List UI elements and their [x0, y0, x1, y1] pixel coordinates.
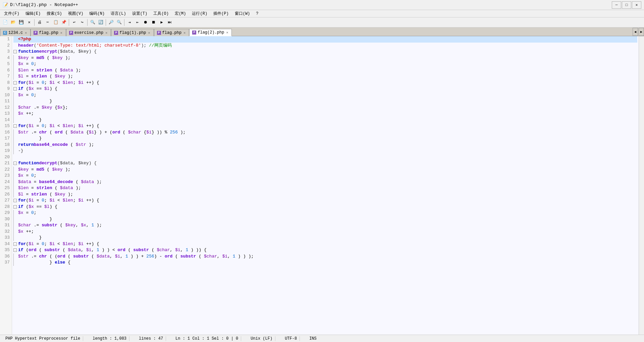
- replace-button[interactable]: 🔄: [97, 19, 104, 26]
- code-line-30[interactable]: }: [13, 216, 637, 223]
- code-line-1[interactable]: <?php: [13, 36, 637, 43]
- maximize-button[interactable]: □: [622, 1, 631, 9]
- code-line-15[interactable]: - for($i = 0; $i < $len; $i ++) {: [13, 123, 637, 129]
- sep4: [106, 19, 106, 26]
- code-line-14[interactable]: }: [13, 117, 637, 123]
- open-button[interactable]: 📂: [9, 19, 17, 26]
- tab-scroll-right[interactable]: ▶: [639, 28, 644, 36]
- tab-flag1php[interactable]: P flag(1).php ✕: [111, 29, 154, 36]
- code-line-32[interactable]: $x ++;: [13, 229, 637, 235]
- save-button[interactable]: 💾: [17, 19, 25, 26]
- macro-stop-button[interactable]: ⏹: [150, 19, 157, 26]
- tab-close-flagphp[interactable]: ✕: [60, 31, 63, 35]
- undo-button[interactable]: ↩: [70, 19, 78, 26]
- sep2: [69, 19, 69, 26]
- indent-button[interactable]: ⇥: [126, 19, 133, 26]
- menu-tools[interactable]: 工具(O): [151, 10, 171, 17]
- tab-close-flag2php[interactable]: ✕: [225, 31, 229, 35]
- tab-label-flag1php: flag(1).php: [119, 31, 146, 35]
- code-line-34[interactable]: - for($i = 0; $i < $len; $i ++) {: [13, 241, 637, 247]
- code-line-29[interactable]: $x = 0;: [13, 210, 637, 216]
- minimize-button[interactable]: ─: [612, 1, 621, 9]
- code-line-5[interactable]: $x = 0;: [13, 61, 637, 67]
- menu-encode[interactable]: 编码(N): [87, 10, 107, 17]
- line-numbers: 1234567891011121314151617181920212223242…: [0, 36, 12, 335]
- code-line-23[interactable]: $x = 0;: [13, 173, 637, 179]
- tab-close-flagphp2[interactable]: ✕: [183, 31, 186, 35]
- menu-help[interactable]: ?: [253, 11, 261, 17]
- redo-button[interactable]: ↪: [78, 19, 86, 26]
- code-line-17[interactable]: }: [13, 135, 637, 142]
- editor[interactable]: 1234567891011121314151617181920212223242…: [0, 36, 639, 335]
- code-line-25[interactable]: $len = strlen ( $data );: [13, 185, 637, 191]
- tab-scroll-arrows: ◀ ▶: [633, 28, 644, 36]
- menu-run[interactable]: 运行(R): [189, 10, 210, 17]
- tab-icon-flag1: P: [114, 31, 118, 35]
- code-line-8[interactable]: - for($i = 0; $i < $len; $i ++) {: [13, 80, 637, 86]
- code-line-19[interactable]: -}: [13, 148, 637, 154]
- code-line-20[interactable]: [13, 154, 637, 161]
- code-line-16[interactable]: $str .= chr ( ord ( $data {$i} ) + (ord …: [13, 129, 637, 136]
- code-line-35[interactable]: - if (ord ( substr ( $data, $i, 1 ) ) < …: [13, 247, 637, 253]
- tab-flag2php[interactable]: P flag(2).php ✕: [189, 29, 232, 36]
- tab-1234c[interactable]: C 1234.c ✕: [0, 29, 31, 36]
- find-button[interactable]: 🔍: [89, 19, 96, 26]
- macro-play-button[interactable]: ▶: [158, 19, 165, 26]
- copy-button[interactable]: 📋: [52, 19, 59, 26]
- cut-button[interactable]: ✂: [44, 19, 51, 26]
- menu-settings[interactable]: 设置(T): [129, 10, 150, 17]
- tab-close-1234c[interactable]: ✕: [24, 31, 28, 35]
- tab-bar: C 1234.c ✕ P flag.php ✕ P exercise.php ✕…: [0, 27, 644, 36]
- tab-flagphp[interactable]: P flag.php ✕: [31, 29, 66, 36]
- zoom-in-button[interactable]: 🔎: [107, 19, 115, 26]
- code-line-18[interactable]: return base64_encode ( $str );: [13, 142, 637, 148]
- code-line-6[interactable]: $len = strlen ( $data );: [13, 67, 637, 74]
- macro-save-button[interactable]: ⏭: [166, 19, 173, 26]
- unindent-button[interactable]: ⇤: [134, 19, 141, 26]
- print-button[interactable]: 🖨: [36, 19, 43, 26]
- code-line-4[interactable]: $key = md5 ( $key );: [13, 55, 637, 61]
- code-line-27[interactable]: - for($i = 0; $i < $len; $i ++) {: [13, 197, 637, 204]
- code-line-21[interactable]: -function decrypt($data, $key) {: [13, 160, 637, 167]
- tab-exercisephp[interactable]: P exercise.php ✕: [66, 29, 111, 36]
- code-line-3[interactable]: -function encrypt($data, $key) {: [13, 49, 637, 55]
- menu-file[interactable]: 文件(F): [1, 10, 22, 17]
- code-line-13[interactable]: $x ++;: [13, 111, 637, 117]
- title-bar-controls: ─ □ ✕: [612, 1, 641, 9]
- code-line-26[interactable]: $l = strlen ( $key );: [13, 191, 637, 198]
- menu-search[interactable]: 搜索(S): [44, 10, 65, 17]
- close-button[interactable]: ✕: [632, 1, 641, 9]
- code-area[interactable]: <?php header('Content-Type: text/html; c…: [12, 36, 639, 335]
- close-file-button[interactable]: ✕: [25, 19, 33, 26]
- tab-label-exercisephp: exercise.php: [74, 31, 103, 35]
- code-line-33[interactable]: }: [13, 235, 637, 241]
- code-line-24[interactable]: $data = base64_decode ( $data );: [13, 179, 637, 185]
- code-line-28[interactable]: - if ($x == $l) {: [13, 204, 637, 210]
- menu-view[interactable]: 视图(V): [65, 10, 86, 17]
- code-line-31[interactable]: $char .= substr ( $key, $x, 1 );: [13, 222, 637, 229]
- new-button[interactable]: 📄: [1, 19, 9, 26]
- tab-flagphp2[interactable]: P flag.php ✕: [154, 29, 190, 36]
- menu-edit[interactable]: 编辑(E): [23, 10, 44, 17]
- sep5: [124, 19, 124, 26]
- macro-record-button[interactable]: ⏺: [142, 19, 149, 26]
- code-line-9[interactable]: - if ($x == $l) {: [13, 86, 637, 92]
- code-line-11[interactable]: }: [13, 98, 637, 105]
- code-line-12[interactable]: $char .= $key {$x};: [13, 105, 637, 111]
- menu-window[interactable]: 窗口(W): [232, 10, 253, 17]
- tab-scroll-left[interactable]: ◀: [633, 28, 638, 36]
- code-line-2[interactable]: header('Content-Type: text/html; charset…: [13, 43, 637, 49]
- code-line-7[interactable]: $l = strlen ( $key );: [13, 73, 637, 80]
- code-line-10[interactable]: $x = 0;: [13, 92, 637, 99]
- scrollbar-vertical[interactable]: [639, 36, 644, 335]
- tab-close-flag1php[interactable]: ✕: [148, 31, 151, 35]
- menu-macro[interactable]: 宏(M): [172, 10, 189, 17]
- menu-plugins[interactable]: 插件(P): [211, 10, 231, 17]
- paste-button[interactable]: 📌: [60, 19, 67, 26]
- code-line-22[interactable]: $key = md5 ( $key );: [13, 167, 637, 173]
- tab-close-exercisephp[interactable]: ✕: [105, 31, 108, 35]
- zoom-out-button[interactable]: 🔍: [115, 19, 123, 26]
- code-line-37[interactable]: } else {: [13, 260, 637, 266]
- code-line-36[interactable]: $str .= chr ( (ord ( substr ( $data, $i,…: [13, 253, 637, 260]
- menu-language[interactable]: 语言(L): [108, 10, 129, 17]
